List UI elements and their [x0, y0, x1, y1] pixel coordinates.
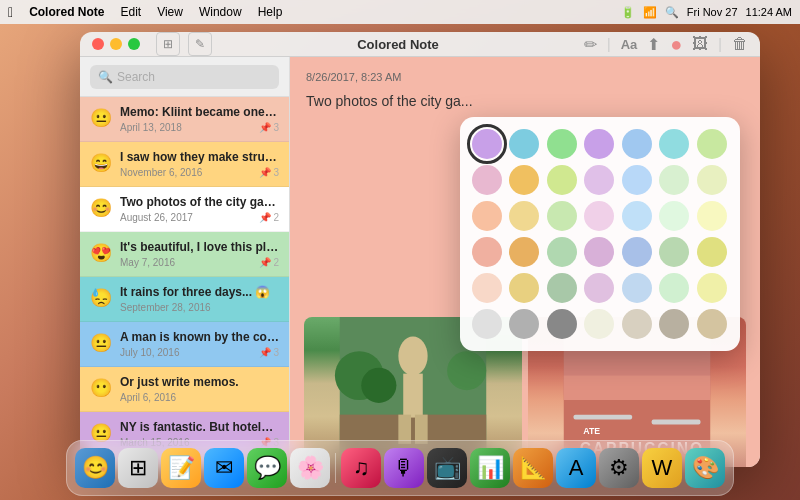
clock: Fri Nov 27: [687, 6, 738, 18]
share-button[interactable]: ⬆: [647, 35, 660, 54]
note-item-6[interactable]: 😐 A man is known by the company he keeps…: [80, 322, 289, 367]
note-emoji-4: 😍: [90, 242, 112, 264]
minimize-button[interactable]: [110, 38, 122, 50]
color-dot-1[interactable]: [509, 129, 539, 159]
color-dot-39[interactable]: [622, 309, 652, 339]
menu-edit[interactable]: Edit: [120, 5, 141, 19]
notes-list-toggle[interactable]: ⊞: [156, 32, 180, 56]
color-dot-5[interactable]: [659, 129, 689, 159]
search-placeholder: Search: [117, 70, 155, 84]
svg-point-7: [447, 351, 486, 390]
note-item-7[interactable]: 😶 Or just write memos. April 6, 2016: [80, 367, 289, 412]
search-icon: 🔍: [98, 70, 113, 84]
color-dot-4[interactable]: [622, 129, 652, 159]
color-dot-37[interactable]: [547, 309, 577, 339]
color-dot-20[interactable]: [697, 201, 727, 231]
dock-separator-1: [335, 453, 336, 483]
titlebar-actions: ✏ | Aa ⬆ ● 🖼 | 🗑: [584, 33, 748, 56]
note-item-2[interactable]: 😄 I saw how they make strudel. It's easy…: [80, 142, 289, 187]
color-dot-28[interactable]: [472, 273, 502, 303]
color-dot-6[interactable]: [697, 129, 727, 159]
color-dot-11[interactable]: [622, 165, 652, 195]
color-dot-34[interactable]: [697, 273, 727, 303]
color-dot-2[interactable]: [547, 129, 577, 159]
search-icon[interactable]: 🔍: [665, 6, 679, 19]
color-button[interactable]: ●: [670, 33, 682, 56]
note-emoji-3: 😊: [90, 197, 112, 219]
dock-messages[interactable]: 💬: [247, 448, 287, 488]
note-title-4: It's beautiful, I love this place! And l…: [120, 240, 279, 254]
note-count-4: 📌 2: [259, 257, 279, 268]
note-emoji-7: 😶: [90, 377, 112, 399]
apple-menu[interactable]: : [8, 4, 13, 20]
color-dot-41[interactable]: [697, 309, 727, 339]
image-button[interactable]: 🖼: [692, 35, 708, 53]
dock-finder[interactable]: 😊: [75, 448, 115, 488]
note-item-4[interactable]: 😍 It's beautiful, I love this place! And…: [80, 232, 289, 277]
note-count-2: 📌 3: [259, 167, 279, 178]
dock-notes[interactable]: 📝: [161, 448, 201, 488]
menu-window[interactable]: Window: [199, 5, 242, 19]
dock-podcasts[interactable]: 🎙: [384, 448, 424, 488]
color-dot-24[interactable]: [584, 237, 614, 267]
view-toggle[interactable]: ✎: [188, 32, 212, 56]
note-content-6: A man is known by the company he keeps. …: [120, 330, 279, 358]
note-item-5[interactable]: 😓 It rains for three days... 😱 September…: [80, 277, 289, 322]
color-dot-35[interactable]: [472, 309, 502, 339]
color-dot-38[interactable]: [584, 309, 614, 339]
menu-help[interactable]: Help: [258, 5, 283, 19]
color-dot-16[interactable]: [547, 201, 577, 231]
dock-numbers[interactable]: 📊: [470, 448, 510, 488]
color-dot-0[interactable]: [472, 129, 502, 159]
color-dot-3[interactable]: [584, 129, 614, 159]
color-dot-10[interactable]: [584, 165, 614, 195]
color-dot-9[interactable]: [547, 165, 577, 195]
maximize-button[interactable]: [128, 38, 140, 50]
time: 11:24 AM: [746, 6, 792, 18]
app-window: ⊞ ✎ Colored Note ✏ | Aa ⬆ ● 🖼 | 🗑 🔍 Sear…: [80, 32, 760, 467]
color-dot-13[interactable]: [697, 165, 727, 195]
color-dot-36[interactable]: [509, 309, 539, 339]
dock-tv[interactable]: 📺: [427, 448, 467, 488]
dock-photos[interactable]: 🌸: [290, 448, 330, 488]
note-item-1[interactable]: 😐 Memo: Kliint became one of the foundin…: [80, 97, 289, 142]
dock-extra[interactable]: 🎨: [685, 448, 725, 488]
new-note-button[interactable]: ✏: [584, 35, 597, 54]
color-dot-27[interactable]: [697, 237, 727, 267]
font-button[interactable]: Aa: [621, 37, 638, 52]
dock-keynote[interactable]: 📐: [513, 448, 553, 488]
color-dot-33[interactable]: [659, 273, 689, 303]
trash-button[interactable]: 🗑: [732, 35, 748, 53]
color-dot-32[interactable]: [622, 273, 652, 303]
note-title-7: Or just write memos.: [120, 375, 279, 389]
dock-colored-note[interactable]: W: [642, 448, 682, 488]
color-dot-22[interactable]: [509, 237, 539, 267]
color-dot-14[interactable]: [472, 201, 502, 231]
dock-mail[interactable]: ✉: [204, 448, 244, 488]
color-dot-12[interactable]: [659, 165, 689, 195]
color-dot-31[interactable]: [584, 273, 614, 303]
menu-view[interactable]: View: [157, 5, 183, 19]
close-button[interactable]: [92, 38, 104, 50]
color-dot-29[interactable]: [509, 273, 539, 303]
color-dot-23[interactable]: [547, 237, 577, 267]
color-dot-15[interactable]: [509, 201, 539, 231]
color-dot-18[interactable]: [622, 201, 652, 231]
dock-music[interactable]: ♫: [341, 448, 381, 488]
color-dot-7[interactable]: [472, 165, 502, 195]
color-dot-19[interactable]: [659, 201, 689, 231]
color-dot-17[interactable]: [584, 201, 614, 231]
color-dot-40[interactable]: [659, 309, 689, 339]
app-name[interactable]: Colored Note: [29, 5, 104, 19]
color-dot-30[interactable]: [547, 273, 577, 303]
color-dot-25[interactable]: [622, 237, 652, 267]
search-box[interactable]: 🔍 Search: [90, 65, 279, 89]
note-item-3[interactable]: 😊 Two photos of the city garden August 2…: [80, 187, 289, 232]
dock-appstore[interactable]: A: [556, 448, 596, 488]
color-dot-8[interactable]: [509, 165, 539, 195]
color-dot-21[interactable]: [472, 237, 502, 267]
note-body-text[interactable]: Two photos of the city ga...: [306, 91, 744, 112]
dock-settings[interactable]: ⚙: [599, 448, 639, 488]
dock-launchpad[interactable]: ⊞: [118, 448, 158, 488]
color-dot-26[interactable]: [659, 237, 689, 267]
